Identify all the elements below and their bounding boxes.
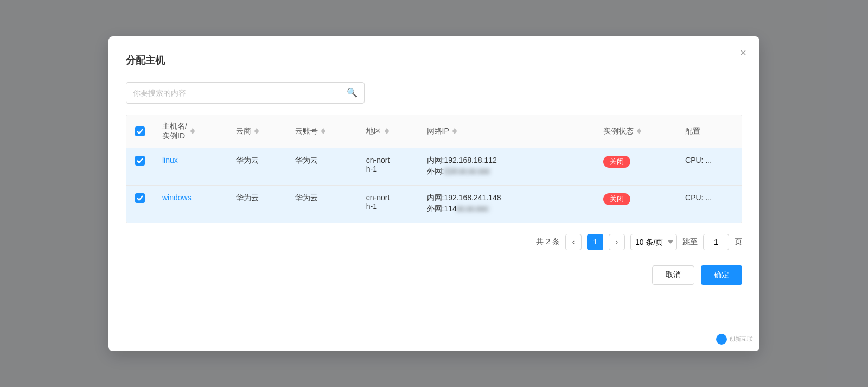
- row2-external-ip: 外网:114xx.xx.xxx:: [427, 204, 586, 214]
- cancel-button[interactable]: 取消: [652, 265, 694, 285]
- row1-checkbox-cell: [126, 148, 154, 185]
- table-row: linux 华为云 华为云 cn-nort h-1 内网:192.168.18.…: [126, 148, 742, 185]
- next-page-button[interactable]: ›: [609, 234, 625, 250]
- search-input[interactable]: [133, 88, 344, 97]
- row2-hostname: windows: [154, 185, 227, 223]
- th-network-ip: 网络IP: [418, 115, 595, 148]
- hosts-table: 主机名/ 实例ID 云商: [126, 115, 742, 223]
- th-account: 云账号: [286, 115, 357, 148]
- row2-hostname-link[interactable]: windows: [162, 193, 192, 202]
- table-header-row: 主机名/ 实例ID 云商: [126, 115, 742, 148]
- prev-page-button[interactable]: ‹: [565, 234, 582, 250]
- table-row: windows 华为云 华为云 cn-nort h-1 内网:192.168.2…: [126, 185, 742, 223]
- row2-account: 华为云: [286, 185, 357, 223]
- th-status: 实例状态: [595, 115, 676, 148]
- row2-config: CPU: ...: [676, 185, 742, 223]
- th-hostname: 主机名/ 实例ID: [154, 115, 227, 148]
- search-icon[interactable]: 🔍: [347, 87, 358, 98]
- row2-checkbox[interactable]: [135, 193, 145, 203]
- row1-internal-ip: 内网:192.168.18.112: [427, 156, 586, 166]
- page-size-select[interactable]: 10 条/页 20 条/页 50 条/页: [630, 234, 677, 250]
- sort-ip-icon[interactable]: [452, 128, 457, 134]
- row1-region: cn-nort h-1: [358, 148, 418, 185]
- sort-hostname-icon[interactable]: [190, 128, 195, 134]
- jump-label: 跳至: [682, 237, 698, 247]
- row2-status: 关闭: [595, 185, 676, 223]
- row1-external-ip: 外网:114.xx.xx.xxx: [427, 167, 586, 176]
- modal-dialog: 分配主机 × 🔍: [108, 36, 760, 351]
- page-unit: 页: [735, 237, 742, 247]
- search-bar: 🔍: [126, 82, 365, 104]
- row2-status-badge: 关闭: [603, 193, 630, 205]
- row1-status-badge: 关闭: [603, 156, 630, 168]
- row2-checkbox-cell: [126, 185, 154, 223]
- sort-cloud-icon[interactable]: [254, 128, 259, 134]
- jump-page-input[interactable]: [703, 234, 729, 250]
- row1-ip: 内网:192.168.18.112 外网:114.xx.xx.xxx: [418, 148, 595, 185]
- th-cloud: 云商: [227, 115, 287, 148]
- confirm-button[interactable]: 确定: [701, 265, 742, 285]
- th-region: 地区: [358, 115, 418, 148]
- row1-cloud: 华为云: [227, 148, 287, 185]
- row1-hostname-link[interactable]: linux: [162, 156, 178, 164]
- row2-cloud: 华为云: [227, 185, 287, 223]
- total-count: 共 2 条: [536, 237, 560, 247]
- row1-config: CPU: ...: [676, 148, 742, 185]
- pagination: 共 2 条 ‹ 1 › 10 条/页 20 条/页 50 条/页 跳至 页: [126, 234, 742, 250]
- row2-internal-ip: 内网:192.168.241.148: [427, 193, 586, 203]
- row2-ip: 内网:192.168.241.148 外网:114xx.xx.xxx:: [418, 185, 595, 223]
- sort-account-icon[interactable]: [321, 128, 326, 134]
- row1-account: 华为云: [286, 148, 357, 185]
- watermark-text: 创新互联: [729, 335, 753, 343]
- sort-status-icon[interactable]: [637, 128, 641, 134]
- select-all-checkbox[interactable]: [135, 126, 145, 136]
- row1-checkbox[interactable]: [135, 156, 145, 166]
- th-config: 配置: [676, 115, 742, 148]
- modal-overlay: 分配主机 × 🔍: [0, 0, 868, 387]
- sort-region-icon[interactable]: [385, 128, 389, 134]
- modal-title: 分配主机: [126, 54, 742, 67]
- row2-region: cn-nort h-1: [358, 185, 418, 223]
- page-1-button[interactable]: 1: [587, 234, 603, 250]
- footer-actions: 取消 确定: [126, 265, 742, 285]
- row1-status: 关闭: [595, 148, 676, 185]
- row1-hostname: linux: [154, 148, 227, 185]
- watermark: 创新互联: [716, 334, 753, 345]
- th-checkbox: [126, 115, 154, 148]
- watermark-logo-icon: [716, 334, 727, 345]
- close-button[interactable]: ×: [740, 47, 746, 58]
